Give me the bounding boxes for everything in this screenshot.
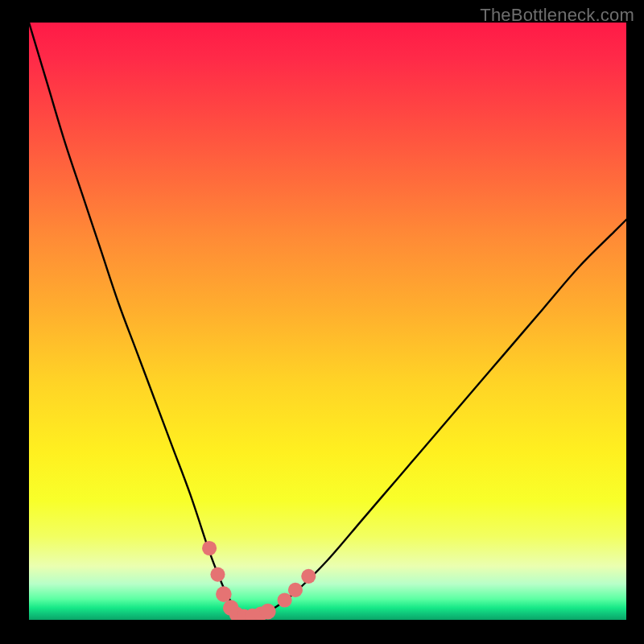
- plot-area: [29, 23, 626, 620]
- marker-layer: [29, 23, 626, 620]
- data-marker: [216, 586, 232, 602]
- data-marker: [278, 592, 292, 607]
- data-marker: [301, 569, 316, 584]
- data-marker: [288, 583, 303, 597]
- chart-frame: TheBottleneck.com: [0, 0, 644, 644]
- data-marker: [210, 568, 225, 582]
- marker-group: [202, 541, 316, 620]
- data-marker: [202, 541, 217, 555]
- data-marker: [260, 604, 276, 620]
